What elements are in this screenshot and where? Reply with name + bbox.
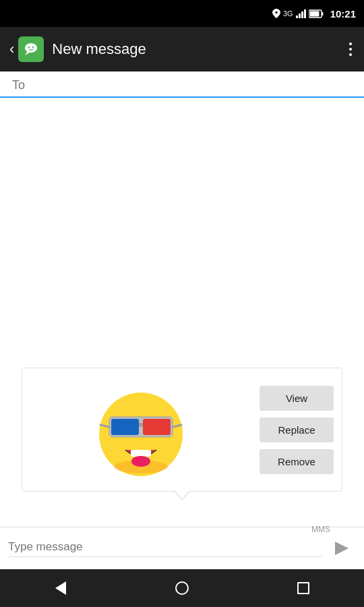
app-bar-title: New message	[52, 40, 346, 58]
nav-home-button[interactable]	[162, 575, 202, 602]
status-icons: 3G 10:21	[272, 8, 356, 20]
svg-rect-15	[139, 423, 143, 427]
status-bar: 3G 10:21	[0, 0, 364, 27]
attachment-card: View Replace Remove	[22, 368, 342, 492]
to-input[interactable]	[12, 78, 352, 96]
sms-app-icon	[22, 40, 40, 58]
view-button[interactable]: View	[260, 386, 334, 411]
mms-label: MMS	[311, 525, 330, 534]
emoji-wrapper	[30, 379, 251, 480]
signal-bars	[296, 9, 306, 18]
svg-point-1	[275, 11, 278, 14]
send-icon	[335, 542, 348, 555]
replace-button[interactable]: Replace	[260, 417, 334, 442]
menu-dot	[349, 53, 352, 56]
back-icon	[55, 581, 66, 595]
home-icon	[175, 581, 189, 595]
svg-rect-3	[309, 11, 319, 16]
menu-dot	[349, 48, 352, 51]
status-time: 10:21	[330, 8, 356, 20]
nav-bar	[0, 569, 364, 607]
app-icon	[18, 36, 44, 62]
more-options-button[interactable]	[346, 37, 355, 61]
to-field-container	[0, 71, 364, 98]
recents-icon	[297, 582, 309, 594]
location-icon	[272, 9, 280, 18]
signal-type: 3G	[283, 9, 293, 18]
message-input-bar: MMS	[0, 527, 364, 569]
send-button[interactable]	[328, 534, 356, 562]
message-content-area	[0, 98, 364, 388]
svg-point-8	[28, 47, 30, 48]
app-bar: ‹ New message	[0, 27, 364, 71]
svg-rect-14	[143, 419, 171, 435]
back-button[interactable]: ‹	[9, 40, 14, 58]
svg-point-19	[131, 456, 150, 467]
svg-point-6	[25, 43, 37, 53]
emoji-3d-glasses	[90, 379, 191, 480]
nav-recents-button[interactable]	[283, 575, 324, 602]
remove-button[interactable]: Remove	[260, 449, 334, 474]
attachment-actions: View Replace Remove	[260, 386, 334, 474]
svg-point-9	[32, 47, 34, 48]
battery-icon	[309, 9, 324, 18]
menu-dot	[349, 42, 352, 45]
nav-back-button[interactable]	[40, 575, 81, 602]
message-input[interactable]	[8, 540, 322, 557]
svg-rect-18	[131, 450, 151, 457]
svg-rect-13	[111, 419, 139, 435]
svg-rect-4	[322, 12, 323, 16]
